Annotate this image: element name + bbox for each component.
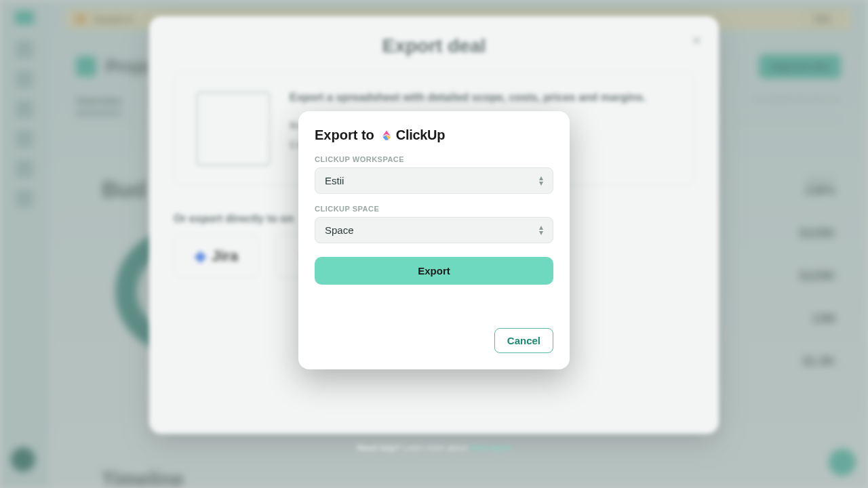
space-value: Space (325, 224, 354, 236)
chevron-updown-icon: ▴▾ (539, 176, 543, 185)
cancel-button[interactable]: Cancel (494, 328, 553, 353)
export-clickup-title: Export to ClickUp (315, 127, 553, 143)
export-button[interactable]: Export (315, 257, 553, 285)
space-label: CLICKUP SPACE (315, 205, 553, 213)
clickup-icon (380, 129, 393, 142)
workspace-select[interactable]: Estii ▴▾ (315, 167, 553, 194)
clickup-logo: ClickUp (380, 127, 445, 143)
space-select[interactable]: Space ▴▾ (315, 217, 553, 243)
workspace-label: CLICKUP WORKSPACE (315, 155, 553, 163)
chevron-updown-icon: ▴▾ (539, 225, 543, 235)
export-clickup-modal: Export to ClickUp CLICKUP WORKSPACE Esti… (298, 111, 570, 369)
workspace-value: Estii (325, 175, 344, 186)
